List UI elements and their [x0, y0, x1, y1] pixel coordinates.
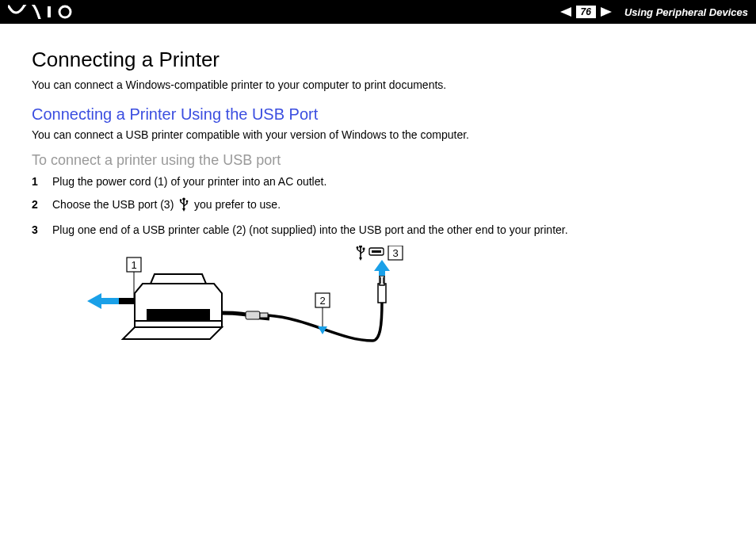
svg-point-6 — [180, 199, 181, 200]
subsection-intro: You can connect a USB printer compatible… — [32, 128, 724, 141]
next-page-arrow-icon[interactable] — [601, 7, 612, 17]
svg-point-30 — [357, 246, 359, 249]
svg-rect-14 — [135, 321, 222, 327]
header-nav: 76 Using Peripheral Devices — [560, 6, 748, 18]
step-1: 1 Plug the power cord (1) of your printe… — [32, 175, 724, 188]
step-2: 2 Choose the USB port (3) you prefer to … — [32, 197, 724, 214]
step-number: 2 — [32, 198, 41, 211]
step-text: Plug the power cord (1) of your printer … — [52, 175, 326, 188]
header-bar: 76 Using Peripheral Devices — [0, 0, 756, 24]
step-3: 3 Plug one end of a USB printer cable (2… — [32, 223, 724, 236]
usb-icon — [178, 197, 189, 214]
page-content: Connecting a Printer You can connect a W… — [0, 24, 756, 376]
svg-marker-16 — [123, 327, 222, 339]
intro-text: You can connect a Windows-compatible pri… — [32, 78, 724, 91]
step-text: Plug one end of a USB printer cable (2) … — [52, 223, 568, 236]
svg-rect-34 — [372, 250, 381, 253]
step-text-b: you prefer to use. — [194, 198, 281, 211]
diagram-label-3: 3 — [392, 247, 398, 259]
diagram-label-1: 1 — [131, 259, 136, 271]
svg-rect-17 — [119, 298, 135, 304]
svg-marker-8 — [182, 208, 185, 212]
page-number: 76 — [576, 6, 596, 18]
step-text: Choose the USB port (3) you prefer to us… — [52, 197, 281, 214]
svg-marker-2 — [560, 7, 571, 17]
svg-rect-0 — [48, 6, 51, 17]
svg-rect-18 — [246, 311, 260, 319]
usb-plug-icon — [378, 276, 386, 303]
page-title: Connecting a Printer — [32, 48, 724, 72]
step-text-a: Choose the USB port (3) — [52, 198, 174, 211]
usb-port-icon — [369, 248, 384, 255]
svg-marker-32 — [359, 257, 362, 261]
prev-page-arrow-icon[interactable] — [560, 7, 571, 17]
subsection-title: Connecting a Printer Using the USB Port — [32, 105, 724, 124]
svg-rect-21 — [380, 276, 384, 285]
svg-rect-19 — [260, 313, 268, 318]
vaio-logo — [8, 5, 84, 19]
svg-marker-24 — [374, 260, 390, 276]
svg-rect-7 — [186, 200, 188, 202]
usb-symbol-icon — [357, 246, 365, 261]
svg-marker-11 — [87, 293, 119, 309]
section-label: Using Peripheral Devices — [624, 6, 748, 18]
svg-rect-15 — [147, 309, 210, 321]
connection-diagram: 1 — [87, 246, 724, 368]
svg-rect-20 — [378, 284, 386, 303]
svg-marker-13 — [151, 274, 206, 284]
svg-rect-31 — [363, 248, 365, 250]
step-number: 3 — [32, 223, 41, 236]
svg-marker-3 — [601, 7, 612, 17]
diagram-label-2: 2 — [319, 295, 325, 307]
step-number: 1 — [32, 175, 41, 188]
procedure-title: To connect a printer using the USB port — [32, 152, 724, 169]
svg-point-1 — [59, 6, 71, 17]
